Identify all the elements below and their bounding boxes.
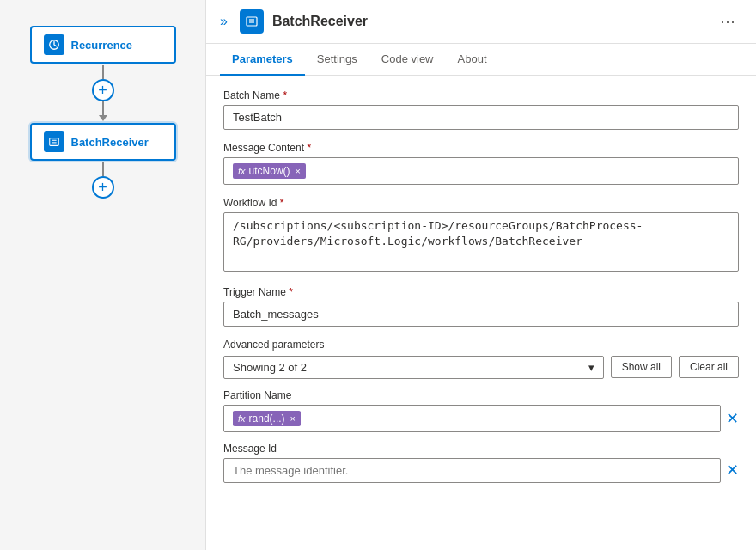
message-content-required: * — [307, 142, 311, 154]
advanced-row: Showing 2 of 2 ▾ Show all Clear all — [223, 356, 739, 379]
tab-parameters[interactable]: Parameters — [220, 44, 305, 76]
svg-rect-4 — [247, 17, 257, 26]
message-id-input[interactable] — [223, 458, 721, 483]
show-all-button[interactable]: Show all — [611, 356, 672, 378]
recurrence-icon — [44, 34, 64, 55]
utcnow-token-icon: fx — [238, 166, 246, 176]
partition-clear-icon[interactable]: ✕ — [726, 409, 739, 428]
workflow-id-group: Workflow Id * — [223, 197, 739, 274]
partition-name-input-wrap: fx rand(...) × ✕ — [223, 405, 739, 432]
message-content-input[interactable]: fx utcNow() × — [223, 157, 739, 185]
rand-token-icon: fx — [238, 413, 246, 424]
add-between-btn[interactable]: + — [92, 79, 114, 101]
collapse-button[interactable]: » — [220, 14, 228, 29]
recurrence-icon-bg — [44, 34, 64, 55]
message-id-clear-icon[interactable]: ✕ — [726, 461, 739, 480]
batchreceiver-icon — [44, 131, 64, 152]
header-icon — [240, 9, 264, 34]
message-id-input-wrap: ✕ — [223, 458, 739, 483]
batchreceiver-icon-bg — [44, 131, 64, 152]
workflow-id-required: * — [280, 197, 284, 209]
panel-header: » BatchReceiver ⋯ — [206, 0, 756, 44]
tab-codeview[interactable]: Code view — [369, 44, 446, 76]
bottom-connector: + — [92, 161, 114, 200]
workflow-id-label: Workflow Id * — [223, 197, 739, 209]
tab-settings[interactable]: Settings — [305, 44, 369, 76]
batch-name-input[interactable] — [223, 105, 739, 130]
utcnow-token-label: utcNow() — [249, 165, 290, 177]
message-content-label: Message Content * — [223, 142, 739, 154]
trigger-name-input[interactable] — [223, 302, 739, 327]
message-id-label: Message Id — [223, 443, 739, 455]
recurrence-node[interactable]: Recurrence — [30, 26, 176, 64]
add-bottom-btn[interactable]: + — [92, 176, 114, 199]
utcnow-token-close[interactable]: × — [296, 166, 301, 176]
message-id-row: Message Id ✕ — [223, 443, 739, 483]
trigger-name-label: Trigger Name * — [223, 286, 739, 298]
add-bottom-icon: + — [98, 180, 107, 195]
panel-content: Batch Name * Message Content * fx utcNow… — [206, 76, 756, 550]
more-button[interactable]: ⋯ — [713, 9, 742, 34]
partition-name-label: Partition Name — [223, 389, 739, 401]
connector-line-3 — [102, 162, 104, 176]
connector-line-2 — [102, 101, 104, 115]
trigger-name-required: * — [289, 286, 293, 298]
svg-rect-1 — [49, 138, 58, 146]
batch-name-label: Batch Name * — [223, 89, 739, 101]
top-connector: + — [92, 64, 114, 123]
left-panel: Recurrence + BatchReceiver + — [0, 0, 206, 550]
advanced-dropdown[interactable]: Showing 2 of 2 ▾ — [223, 356, 604, 379]
advanced-parameters-section: Advanced parameters Showing 2 of 2 ▾ Sho… — [223, 339, 739, 379]
batchreceiver-node[interactable]: BatchReceiver — [30, 123, 176, 161]
add-between-icon: + — [98, 82, 107, 98]
advanced-label: Advanced parameters — [223, 339, 739, 351]
batch-name-required: * — [283, 89, 287, 101]
tabs-bar: Parameters Settings Code view About — [206, 44, 756, 76]
rand-token[interactable]: fx rand(...) × — [233, 411, 301, 426]
batch-name-group: Batch Name * — [223, 89, 739, 130]
connector-line-1 — [102, 65, 104, 79]
clear-all-button[interactable]: Clear all — [679, 356, 739, 378]
advanced-dropdown-text: Showing 2 of 2 — [233, 361, 307, 374]
batchreceiver-label: BatchReceiver — [71, 136, 149, 149]
workflow-id-input[interactable] — [223, 212, 739, 272]
message-content-group: Message Content * fx utcNow() × — [223, 142, 739, 185]
chevron-down-icon: ▾ — [588, 361, 594, 374]
rand-token-label: rand(...) — [249, 412, 285, 425]
recurrence-label: Recurrence — [71, 39, 133, 52]
right-panel: » BatchReceiver ⋯ Parameters Settings Co… — [206, 0, 756, 550]
utcnow-token[interactable]: fx utcNow() × — [233, 163, 306, 179]
connector-arrow — [99, 115, 107, 121]
partition-name-row: Partition Name fx rand(...) × ✕ — [223, 389, 739, 432]
rand-token-close[interactable]: × — [290, 413, 296, 424]
tab-about[interactable]: About — [446, 44, 499, 76]
trigger-name-group: Trigger Name * — [223, 286, 739, 327]
partition-name-input[interactable]: fx rand(...) × — [223, 405, 721, 432]
panel-title: BatchReceiver — [272, 14, 704, 29]
